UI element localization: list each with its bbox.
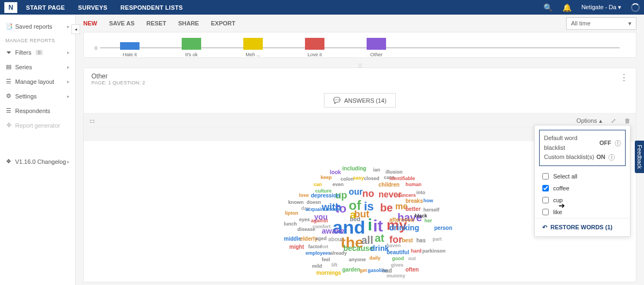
sidebar-series[interactable]: ▤Series▸ — [0, 59, 75, 74]
word-lunch[interactable]: lunch — [284, 221, 297, 227]
word-best[interactable]: best — [402, 237, 413, 243]
bar-meh[interactable]: Meh ... — [237, 35, 269, 56]
word-daily[interactable]: daily — [369, 255, 381, 261]
word-at[interactable]: at — [375, 232, 384, 244]
sidebar-collapse-button[interactable]: ◂ — [71, 24, 80, 34]
word-hard[interactable]: hard — [411, 248, 422, 254]
sidebar-settings[interactable]: ⚙Settings▸ — [0, 89, 75, 103]
word-into[interactable]: into — [416, 190, 426, 195]
nav-start-page[interactable]: START PAGE — [26, 4, 65, 11]
word-mummy[interactable]: mummy — [387, 273, 406, 279]
word-ian[interactable]: ian — [373, 167, 380, 173]
toolbar-export[interactable]: EXPORT — [211, 20, 235, 26]
word-garden[interactable]: garden — [342, 267, 360, 273]
hidden-word-row[interactable]: like — [535, 206, 630, 218]
word-haven[interactable]: haven — [387, 243, 401, 248]
bell-icon[interactable]: 🔔 — [562, 3, 572, 12]
word-against[interactable]: against — [311, 218, 328, 223]
sidebar-manage-layout[interactable]: ☰Manage layout▸ — [0, 74, 75, 89]
word-beautiful[interactable]: beautiful — [387, 249, 409, 255]
info-icon[interactable]: i — [608, 154, 615, 161]
word-parkinson[interactable]: parkinson — [422, 248, 446, 254]
word-known[interactable]: known — [288, 200, 304, 205]
word-comfort[interactable]: comfort — [313, 224, 331, 229]
word-keep[interactable]: keep — [321, 175, 332, 180]
user-menu[interactable]: Netigate - Da ▾ — [581, 4, 621, 11]
word-lipton[interactable]: lipton — [285, 210, 298, 216]
word-no[interactable]: no — [362, 188, 374, 200]
word-has[interactable]: has — [416, 237, 426, 243]
word-about[interactable]: about — [328, 236, 343, 242]
hidden-word-row[interactable]: cup — [535, 194, 630, 206]
word-our[interactable]: our — [349, 187, 363, 197]
word-identifiable[interactable]: identifiable — [389, 176, 415, 181]
sidebar-filters[interactable]: ⏷Filters0▸ — [0, 45, 75, 59]
sidebar-changelog[interactable]: ❖V1.16.0 Changelog▸ — [0, 154, 75, 169]
word-get[interactable]: get — [360, 268, 367, 273]
word-mornings[interactable]: mornings — [316, 270, 341, 276]
word-illusion[interactable]: illusion — [386, 169, 403, 175]
word-gives[interactable]: gives — [391, 262, 403, 268]
word-because[interactable]: because — [343, 244, 374, 253]
toolbar-new[interactable]: NEW — [83, 20, 97, 26]
toolbar-share[interactable]: SHARE — [178, 20, 199, 26]
word-including[interactable]: including — [342, 165, 366, 171]
word-often[interactable]: often — [406, 267, 419, 273]
answers-button[interactable]: 💬 ANSWERS (14) — [324, 93, 395, 108]
options-toggle[interactable]: Options ▴ — [576, 117, 602, 124]
word-depression[interactable]: depression — [311, 193, 340, 198]
word-lift[interactable]: lift — [331, 262, 337, 268]
sidebar-respondents[interactable]: ☰Respondents — [0, 103, 75, 118]
search-icon[interactable]: 🔍 — [543, 3, 553, 12]
word-how[interactable]: how — [423, 198, 433, 203]
restore-words-button[interactable]: ↶ RESTORE WORDS (1) — [535, 218, 630, 236]
word-employees[interactable]: employees — [306, 250, 331, 256]
toolbar-reset[interactable]: RESET — [147, 20, 167, 26]
word-even[interactable]: even — [333, 182, 344, 187]
word-lose[interactable]: lose — [299, 193, 309, 198]
word-aged[interactable]: aged — [315, 236, 327, 241]
expand-icon[interactable]: ⤢ — [611, 117, 616, 124]
bar-other[interactable]: Other — [361, 35, 392, 56]
word-cancers[interactable]: cancers — [397, 193, 416, 198]
word-acquaintances[interactable]: acquaintances — [306, 207, 340, 212]
word-bed[interactable]: bed — [350, 216, 361, 222]
word-her[interactable]: her — [424, 218, 432, 223]
word-easy[interactable]: easy — [353, 175, 364, 181]
drag-handle-icon[interactable]: ⚏ — [89, 117, 95, 124]
select-all-row[interactable]: Select all — [535, 170, 630, 182]
word-be[interactable]: be — [380, 202, 393, 214]
hidden-word-checkbox[interactable] — [542, 197, 549, 203]
word-person[interactable]: person — [434, 225, 452, 231]
feedback-tab[interactable]: Feedback — [635, 141, 644, 173]
word-feel[interactable]: feel — [322, 257, 330, 262]
word-good[interactable]: good — [392, 256, 404, 261]
time-range-select[interactable]: All time▾ — [566, 17, 636, 30]
word-factor[interactable]: factor — [308, 244, 322, 249]
nav-respondent-lists[interactable]: RESPONDENT LISTS — [121, 4, 183, 11]
word-mild[interactable]: mild — [312, 263, 322, 269]
word-drinking[interactable]: drinking — [389, 223, 419, 232]
bar-loveit[interactable]: Love it — [299, 35, 330, 56]
word-can[interactable]: can — [314, 182, 322, 187]
word-doesn[interactable]: doesn — [307, 200, 321, 205]
word-out[interactable]: out — [408, 256, 416, 261]
word-hot[interactable]: hot — [321, 244, 328, 249]
sidebar-saved-reports[interactable]: 📑Saved reports▸ — [0, 19, 75, 34]
word-already[interactable]: already — [330, 250, 347, 256]
logo[interactable]: N — [4, 2, 17, 13]
word-herself[interactable]: herself — [423, 207, 440, 213]
word-breaks[interactable]: breaks — [406, 198, 423, 204]
word-afternoon[interactable]: afternoon — [389, 217, 414, 223]
bar-hateit[interactable]: Hate it — [114, 35, 145, 56]
word-colon[interactable]: colon — [341, 176, 354, 182]
word-better[interactable]: better — [406, 206, 421, 212]
info-icon[interactable]: i — [615, 140, 621, 147]
resize-handle[interactable]: ☰ — [83, 63, 636, 68]
word-closed[interactable]: closed — [364, 176, 380, 181]
word-human[interactable]: human — [406, 182, 422, 187]
bar-itsok[interactable]: It's ok — [176, 35, 207, 56]
toolbar-save-as[interactable]: SAVE AS — [109, 20, 135, 26]
word-might[interactable]: might — [289, 244, 304, 250]
word-children[interactable]: children — [379, 182, 400, 188]
